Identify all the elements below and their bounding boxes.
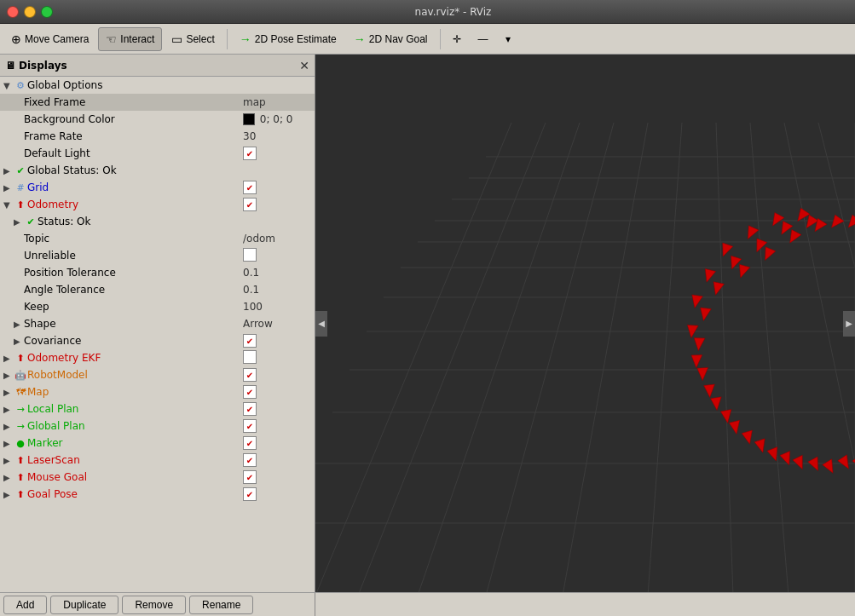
tree-item-bg-color[interactable]: Background Color 0; 0; 0 [0,111,315,128]
tree-item-global-options[interactable]: ▼ ⚙ Global Options [0,77,315,94]
keep-label: Keep [24,301,243,313]
tree-item-marker[interactable]: ▶ ● Marker ✔ [0,435,315,452]
tree-item-odometry-status[interactable]: ▶ ✔ Status: Ok [0,213,315,230]
marker-checkbox[interactable]: ✔ [243,436,257,450]
default-light-value: ✔ [243,147,311,160]
interact-button[interactable]: ☜ Interact [98,27,162,51]
bottom-panel: Add Duplicate Remove Rename [0,592,855,616]
remove-button[interactable]: Remove [122,596,186,614]
close-button[interactable] [7,6,19,18]
grid-checkbox[interactable]: ✔ [243,181,257,194]
bottom-right-spacer [315,593,855,616]
covariance-label: Covariance [24,335,243,347]
displays-title: 🖥 Displays [5,60,67,72]
displays-icon: 🖥 [5,60,15,72]
bg-color-label: Background Color [24,113,243,125]
covariance-checkbox[interactable]: ✔ [243,334,257,348]
gear-icon: ⚙ [14,80,27,91]
add-button-toolbar[interactable]: ✛ [445,27,469,51]
mouse-goal-icon: ⬆ [14,472,27,483]
default-light-checkbox[interactable]: ✔ [243,147,257,160]
tree-item-laser-scan[interactable]: ▶ ⬆ LaserScan ✔ [0,452,315,469]
move-camera-button[interactable]: ⊕ Move Camera [3,27,96,51]
dropdown-button[interactable]: ▾ [498,27,518,51]
laser-scan-checkbox[interactable]: ✔ [243,453,257,467]
local-plan-checkbox[interactable]: ✔ [243,402,257,416]
goal-pose-icon: ⬆ [14,489,27,500]
odometry-checkbox[interactable]: ✔ [243,198,257,211]
global-plan-checkbox[interactable]: ✔ [243,419,257,433]
unreliable-label: Unreliable [24,250,243,262]
right-panel[interactable]: ◀ ▶ [315,55,855,592]
goal-pose-label: Goal Pose [27,488,243,500]
tree-item-shape[interactable]: ▶ Shape Arrow [0,315,315,332]
map-icon: 🗺 [14,387,27,398]
tree-item-map[interactable]: ▶ 🗺 Map ✔ [0,383,315,400]
fixed-frame-value: map [243,96,311,108]
collapse-left-arrow[interactable]: ◀ [315,311,327,337]
tree-item-keep[interactable]: Keep 100 [0,298,315,315]
displays-tree[interactable]: ▼ ⚙ Global Options Fixed Frame map Backg… [0,77,315,592]
odometry-ekf-label: Odometry EKF [27,352,243,364]
select-button[interactable]: ▭ Select [164,27,222,51]
default-light-label: Default Light [24,147,243,159]
tree-item-pos-tolerance[interactable]: Position Tolerance 0.1 [0,264,315,281]
odometry-ekf-icon: ⬆ [14,353,27,364]
main-area: 🖥 Displays ✕ ▼ ⚙ Global Options Fixed Fr… [0,55,855,592]
tree-item-unreliable[interactable]: Unreliable [0,247,315,264]
goal-pose-checkbox[interactable]: ✔ [243,487,257,501]
tree-item-covariance[interactable]: ▶ Covariance ✔ [0,332,315,349]
global-status-label: Global Status: Ok [27,164,311,176]
grid-icon: # [14,182,27,193]
tree-item-default-light[interactable]: Default Light ✔ [0,145,315,162]
pos-tolerance-value: 0.1 [243,267,311,279]
odometry-ekf-checkbox[interactable] [243,350,257,364]
tree-item-angle-tolerance[interactable]: Angle Tolerance 0.1 [0,281,315,298]
tree-item-global-plan[interactable]: ▶ → Global Plan ✔ [0,417,315,435]
mouse-goal-checkbox[interactable]: ✔ [243,470,257,484]
rename-button[interactable]: Rename [189,596,253,614]
plus-icon: ✛ [453,33,461,45]
robot-model-checkbox[interactable]: ✔ [243,368,257,382]
collapse-right-arrow[interactable]: ▶ [843,311,855,337]
toolbar-separator-2 [440,29,441,49]
tree-item-local-plan[interactable]: ▶ → Local Plan ✔ [0,400,315,417]
frame-rate-label: Frame Rate [24,130,243,142]
laser-scan-label: LaserScan [27,454,243,466]
tree-item-grid[interactable]: ▶ # Grid ✔ [0,179,315,196]
pose-estimate-button[interactable]: → 2D Pose Estimate [232,27,344,51]
minimize-button[interactable] [24,6,36,18]
tree-item-fixed-frame[interactable]: Fixed Frame map [0,94,315,111]
tree-item-global-status[interactable]: ▶ ✔ Global Status: Ok [0,162,315,179]
maximize-button[interactable] [41,6,53,18]
expand-global-options[interactable]: ▼ [3,81,14,90]
tree-item-odometry-topic[interactable]: Topic /odom [0,230,315,247]
tree-item-odometry-ekf[interactable]: ▶ ⬆ Odometry EKF [0,349,315,366]
map-checkbox[interactable]: ✔ [243,385,257,399]
dash-button[interactable]: — [471,27,496,51]
fixed-frame-label: Fixed Frame [24,96,243,108]
tree-item-odometry[interactable]: ▼ ⬆ Odometry ✔ [0,196,315,213]
laser-scan-icon: ⬆ [14,455,27,466]
robot-model-label: RobotModel [27,369,243,381]
topic-value: /odom [243,233,311,245]
tree-item-robot-model[interactable]: ▶ 🤖 RobotModel ✔ [0,366,315,383]
local-plan-icon: → [14,404,27,415]
close-displays-icon[interactable]: ✕ [299,59,309,72]
unreliable-checkbox[interactable] [243,248,257,262]
odometry-icon: ⬆ [14,199,27,210]
nav-goal-button[interactable]: → 2D Nav Goal [346,27,436,51]
3d-viewport[interactable] [315,55,855,592]
duplicate-button[interactable]: Duplicate [50,596,118,614]
tree-item-frame-rate[interactable]: Frame Rate 30 [0,128,315,145]
tree-item-goal-pose[interactable]: ▶ ⬆ Goal Pose ✔ [0,486,315,503]
topic-label: Topic [24,233,243,245]
marker-icon: ● [14,438,27,449]
shape-value: Arrow [243,318,311,330]
grid-label: Grid [27,181,243,193]
keep-value: 100 [243,301,311,313]
titlebar: nav.rviz* - RViz [0,0,855,24]
add-button[interactable]: Add [3,596,47,614]
tree-item-mouse-goal[interactable]: ▶ ⬆ Mouse Goal ✔ [0,469,315,486]
global-options-label: Global Options [27,79,311,91]
